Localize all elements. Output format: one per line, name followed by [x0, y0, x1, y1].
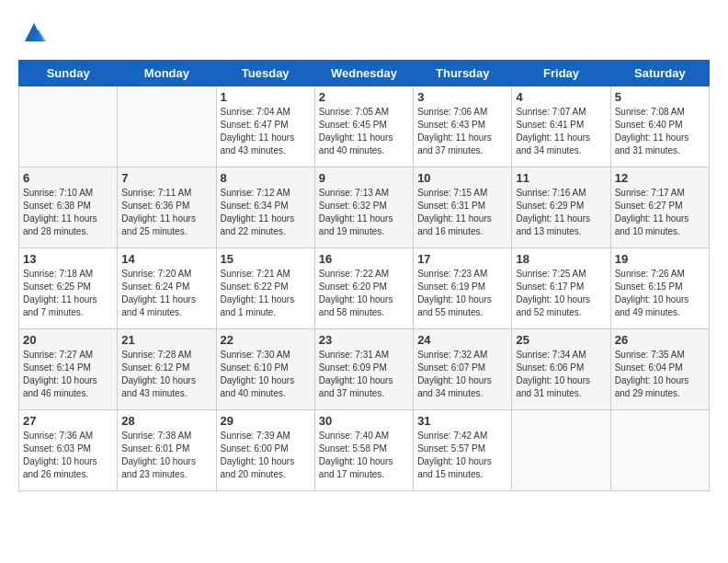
calendar-cell: 18Sunrise: 7:25 AM Sunset: 6:17 PM Dayli… [512, 248, 610, 329]
day-info: Sunrise: 7:15 AM Sunset: 6:31 PM Dayligh… [417, 187, 507, 238]
day-info: Sunrise: 7:04 AM Sunset: 6:47 PM Dayligh… [221, 106, 311, 157]
day-number: 5 [615, 90, 705, 104]
calendar-cell: 7Sunrise: 7:11 AM Sunset: 6:36 PM Daylig… [118, 167, 216, 248]
day-number: 11 [516, 171, 606, 185]
day-number: 13 [23, 252, 113, 266]
day-number: 30 [319, 414, 409, 428]
calendar-week-row: 6Sunrise: 7:10 AM Sunset: 6:38 PM Daylig… [19, 167, 710, 248]
day-header: Saturday [610, 61, 709, 86]
logo-text [18, 18, 48, 51]
calendar-cell [512, 410, 610, 491]
day-info: Sunrise: 7:06 AM Sunset: 6:43 PM Dayligh… [417, 106, 507, 157]
day-number: 3 [417, 90, 507, 104]
calendar-cell [19, 86, 118, 167]
day-number: 12 [615, 171, 705, 185]
calendar-cell: 10Sunrise: 7:15 AM Sunset: 6:31 PM Dayli… [414, 167, 512, 248]
day-number: 18 [516, 252, 606, 266]
day-info: Sunrise: 7:08 AM Sunset: 6:40 PM Dayligh… [615, 106, 705, 157]
calendar-week-row: 13Sunrise: 7:18 AM Sunset: 6:25 PM Dayli… [19, 248, 710, 329]
day-info: Sunrise: 7:35 AM Sunset: 6:04 PM Dayligh… [615, 349, 705, 400]
calendar-cell: 16Sunrise: 7:22 AM Sunset: 6:20 PM Dayli… [314, 248, 413, 329]
day-number: 28 [121, 414, 211, 428]
day-number: 24 [417, 333, 507, 347]
calendar-cell: 30Sunrise: 7:40 AM Sunset: 5:58 PM Dayli… [314, 410, 413, 491]
calendar-week-row: 1Sunrise: 7:04 AM Sunset: 6:47 PM Daylig… [19, 86, 710, 167]
day-number: 2 [319, 90, 409, 104]
day-info: Sunrise: 7:28 AM Sunset: 6:12 PM Dayligh… [121, 349, 211, 400]
day-header: Tuesday [216, 61, 314, 86]
calendar-header-row: SundayMondayTuesdayWednesdayThursdayFrid… [19, 61, 710, 86]
day-number: 22 [221, 333, 311, 347]
day-number: 17 [417, 252, 507, 266]
day-info: Sunrise: 7:42 AM Sunset: 5:57 PM Dayligh… [417, 430, 507, 481]
day-info: Sunrise: 7:34 AM Sunset: 6:06 PM Dayligh… [516, 349, 606, 400]
calendar-cell: 12Sunrise: 7:17 AM Sunset: 6:27 PM Dayli… [610, 167, 709, 248]
calendar-cell: 20Sunrise: 7:27 AM Sunset: 6:14 PM Dayli… [19, 329, 118, 410]
calendar-cell: 3Sunrise: 7:06 AM Sunset: 6:43 PM Daylig… [414, 86, 512, 167]
logo-icon [20, 18, 48, 46]
calendar-cell [610, 410, 709, 491]
day-info: Sunrise: 7:32 AM Sunset: 6:07 PM Dayligh… [417, 349, 507, 400]
day-number: 20 [23, 333, 113, 347]
calendar-cell: 9Sunrise: 7:13 AM Sunset: 6:32 PM Daylig… [314, 167, 413, 248]
calendar-cell [118, 86, 216, 167]
day-number: 14 [121, 252, 211, 266]
calendar-week-row: 20Sunrise: 7:27 AM Sunset: 6:14 PM Dayli… [19, 329, 710, 410]
day-info: Sunrise: 7:20 AM Sunset: 6:24 PM Dayligh… [121, 268, 211, 319]
day-header: Monday [118, 61, 216, 86]
page-header [18, 18, 710, 51]
calendar-cell: 4Sunrise: 7:07 AM Sunset: 6:41 PM Daylig… [512, 86, 610, 167]
day-header: Wednesday [314, 61, 413, 86]
calendar-cell: 14Sunrise: 7:20 AM Sunset: 6:24 PM Dayli… [118, 248, 216, 329]
calendar-table: SundayMondayTuesdayWednesdayThursdayFrid… [18, 60, 710, 491]
day-number: 23 [319, 333, 409, 347]
day-number: 7 [121, 171, 211, 185]
day-number: 21 [121, 333, 211, 347]
calendar-cell: 23Sunrise: 7:31 AM Sunset: 6:09 PM Dayli… [314, 329, 413, 410]
calendar-week-row: 27Sunrise: 7:36 AM Sunset: 6:03 PM Dayli… [19, 410, 710, 491]
day-number: 27 [23, 414, 113, 428]
calendar-cell: 15Sunrise: 7:21 AM Sunset: 6:22 PM Dayli… [216, 248, 314, 329]
day-header: Sunday [19, 61, 118, 86]
day-number: 16 [319, 252, 409, 266]
day-info: Sunrise: 7:11 AM Sunset: 6:36 PM Dayligh… [121, 187, 211, 238]
day-number: 19 [615, 252, 705, 266]
day-info: Sunrise: 7:05 AM Sunset: 6:45 PM Dayligh… [319, 106, 409, 157]
day-info: Sunrise: 7:26 AM Sunset: 6:15 PM Dayligh… [615, 268, 705, 319]
day-info: Sunrise: 7:16 AM Sunset: 6:29 PM Dayligh… [516, 187, 606, 238]
day-info: Sunrise: 7:23 AM Sunset: 6:19 PM Dayligh… [417, 268, 507, 319]
day-info: Sunrise: 7:36 AM Sunset: 6:03 PM Dayligh… [23, 430, 113, 481]
calendar-cell: 8Sunrise: 7:12 AM Sunset: 6:34 PM Daylig… [216, 167, 314, 248]
calendar-cell: 1Sunrise: 7:04 AM Sunset: 6:47 PM Daylig… [216, 86, 314, 167]
day-number: 9 [319, 171, 409, 185]
day-number: 31 [417, 414, 507, 428]
day-header: Thursday [414, 61, 512, 86]
calendar-cell: 17Sunrise: 7:23 AM Sunset: 6:19 PM Dayli… [414, 248, 512, 329]
day-info: Sunrise: 7:13 AM Sunset: 6:32 PM Dayligh… [319, 187, 409, 238]
day-info: Sunrise: 7:18 AM Sunset: 6:25 PM Dayligh… [23, 268, 113, 319]
day-info: Sunrise: 7:17 AM Sunset: 6:27 PM Dayligh… [615, 187, 705, 238]
day-info: Sunrise: 7:39 AM Sunset: 6:00 PM Dayligh… [221, 430, 311, 481]
calendar-cell: 26Sunrise: 7:35 AM Sunset: 6:04 PM Dayli… [610, 329, 709, 410]
day-info: Sunrise: 7:31 AM Sunset: 6:09 PM Dayligh… [319, 349, 409, 400]
day-info: Sunrise: 7:22 AM Sunset: 6:20 PM Dayligh… [319, 268, 409, 319]
day-number: 25 [516, 333, 606, 347]
logo [18, 18, 48, 51]
calendar-cell: 22Sunrise: 7:30 AM Sunset: 6:10 PM Dayli… [216, 329, 314, 410]
calendar-cell: 11Sunrise: 7:16 AM Sunset: 6:29 PM Dayli… [512, 167, 610, 248]
day-number: 4 [516, 90, 606, 104]
calendar-cell: 6Sunrise: 7:10 AM Sunset: 6:38 PM Daylig… [19, 167, 118, 248]
day-header: Friday [512, 61, 610, 86]
calendar-cell: 27Sunrise: 7:36 AM Sunset: 6:03 PM Dayli… [19, 410, 118, 491]
day-number: 8 [221, 171, 311, 185]
day-number: 15 [221, 252, 311, 266]
calendar-cell: 2Sunrise: 7:05 AM Sunset: 6:45 PM Daylig… [314, 86, 413, 167]
calendar-cell: 29Sunrise: 7:39 AM Sunset: 6:00 PM Dayli… [216, 410, 314, 491]
day-info: Sunrise: 7:21 AM Sunset: 6:22 PM Dayligh… [221, 268, 311, 319]
day-info: Sunrise: 7:30 AM Sunset: 6:10 PM Dayligh… [221, 349, 311, 400]
calendar-cell: 28Sunrise: 7:38 AM Sunset: 6:01 PM Dayli… [118, 410, 216, 491]
day-info: Sunrise: 7:12 AM Sunset: 6:34 PM Dayligh… [221, 187, 311, 238]
calendar-cell: 21Sunrise: 7:28 AM Sunset: 6:12 PM Dayli… [118, 329, 216, 410]
calendar-cell: 5Sunrise: 7:08 AM Sunset: 6:40 PM Daylig… [610, 86, 709, 167]
day-number: 10 [417, 171, 507, 185]
